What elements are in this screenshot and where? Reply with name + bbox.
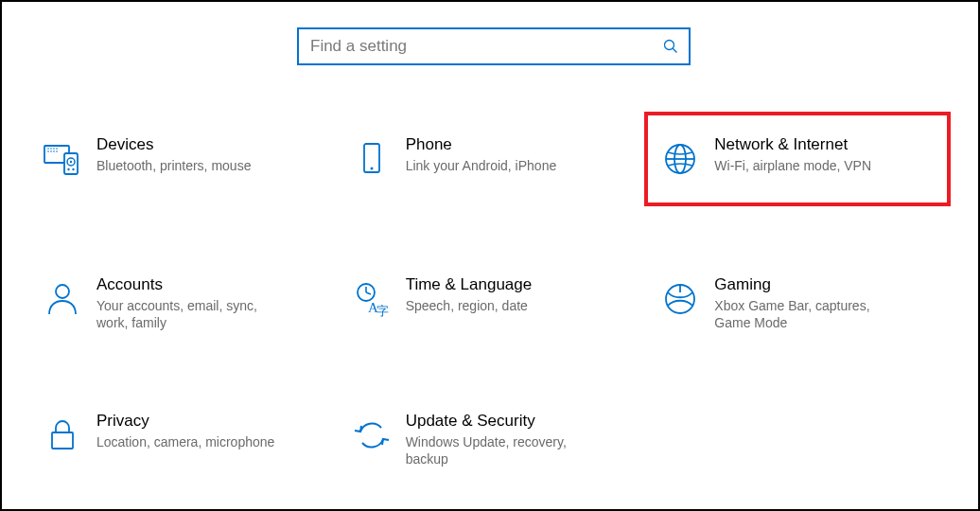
search-box[interactable] <box>297 27 691 65</box>
settings-window: Devices Bluetooth, printers, mouse Phone… <box>0 0 980 511</box>
time-language-icon: A 字 <box>347 274 396 324</box>
tile-title: Gaming <box>714 274 903 295</box>
tile-privacy[interactable]: Privacy Location, camera, microphone <box>30 399 314 479</box>
search-input[interactable] <box>308 36 662 57</box>
tile-title: Privacy <box>96 411 274 432</box>
svg-point-4 <box>50 148 52 150</box>
person-icon <box>38 274 87 324</box>
tile-sub: Windows Update, recovery, backup <box>406 433 595 467</box>
tile-sub: Your accounts, email, sync, work, family <box>96 297 286 331</box>
gaming-icon <box>656 274 705 324</box>
tile-devices[interactable]: Devices Bluetooth, printers, mouse <box>30 123 314 206</box>
tile-update-security[interactable]: Update & Security Windows Update, recove… <box>340 399 623 479</box>
tile-title: Devices <box>96 134 251 155</box>
tile-network-internet[interactable]: Network & Internet Wi-Fi, airplane mode,… <box>644 112 951 206</box>
svg-point-8 <box>50 150 52 152</box>
search-icon <box>662 38 679 55</box>
svg-point-13 <box>70 161 72 163</box>
tile-accounts[interactable]: Accounts Your accounts, email, sync, wor… <box>30 263 314 343</box>
svg-text:字: 字 <box>376 304 389 318</box>
svg-rect-29 <box>52 432 73 449</box>
tile-title: Accounts <box>96 274 286 295</box>
tile-sub: Bluetooth, printers, mouse <box>96 157 251 174</box>
svg-point-3 <box>47 148 49 150</box>
update-icon <box>347 411 396 460</box>
tile-title: Network & Internet <box>714 134 871 155</box>
tile-sub: Xbox Game Bar, captures, Game Mode <box>714 297 903 331</box>
svg-point-7 <box>47 150 49 152</box>
tile-time-language[interactable]: A 字 Time & Language Speech, region, date <box>340 263 623 343</box>
svg-line-1 <box>673 48 676 52</box>
settings-grid: Devices Bluetooth, printers, mouse Phone… <box>30 123 957 479</box>
tile-sub: Location, camera, microphone <box>96 433 274 450</box>
phone-icon <box>347 134 396 184</box>
lock-icon <box>38 411 87 460</box>
svg-point-9 <box>53 150 55 152</box>
globe-icon <box>656 134 705 184</box>
svg-point-10 <box>56 150 58 152</box>
tile-title: Phone <box>406 134 557 155</box>
tile-sub: Speech, region, date <box>406 297 533 314</box>
tile-title: Time & Language <box>406 274 533 295</box>
svg-point-14 <box>67 168 69 170</box>
svg-point-6 <box>56 148 58 150</box>
svg-rect-11 <box>64 153 78 174</box>
tile-title: Update & Security <box>406 411 595 432</box>
tile-phone[interactable]: Phone Link your Android, iPhone <box>340 123 623 206</box>
svg-point-15 <box>72 168 74 170</box>
tile-sub: Link your Android, iPhone <box>406 157 557 174</box>
svg-point-0 <box>665 41 674 50</box>
svg-line-24 <box>366 292 371 294</box>
svg-point-5 <box>53 148 55 150</box>
svg-point-21 <box>56 285 69 298</box>
tile-sub: Wi-Fi, airplane mode, VPN <box>714 157 871 174</box>
devices-icon <box>38 134 87 184</box>
tile-gaming[interactable]: Gaming Xbox Game Bar, captures, Game Mod… <box>648 263 932 343</box>
svg-point-17 <box>370 167 373 170</box>
